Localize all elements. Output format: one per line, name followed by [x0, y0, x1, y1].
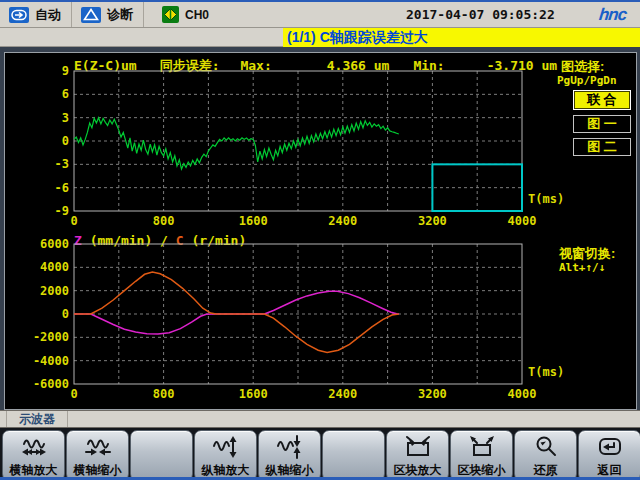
channel-indicator[interactable]: CH0 — [162, 6, 209, 23]
top-menu-bar: 自动 诊断 CH0 2017-04-07 09:05:22 hnc — [0, 2, 640, 28]
h-zoom-out-icon — [67, 435, 128, 459]
x-tick-label: 3200 — [418, 387, 447, 401]
option-combined[interactable]: 联 合 — [573, 90, 631, 110]
tab-oscilloscope[interactable]: 示波器 — [6, 411, 68, 427]
restore-icon — [515, 435, 576, 459]
block-zoom-in-icon — [387, 435, 448, 459]
diagnosis-label: 诊断 — [107, 6, 133, 24]
blank-softkey-1 — [130, 430, 193, 480]
x-tick-label: 3200 — [418, 214, 447, 228]
auto-mode-button[interactable]: 自动 — [0, 2, 72, 27]
series-Z-velocity — [74, 291, 399, 334]
y-tick-label: 2000 — [40, 284, 69, 298]
back-button[interactable]: 返回 — [578, 430, 640, 480]
y-tick-label: -6000 — [33, 377, 69, 391]
y-tick-label: 3 — [62, 111, 69, 125]
series-sync-error — [74, 118, 399, 169]
v-zoom-in-button[interactable]: 纵轴放大 — [194, 430, 257, 480]
channel-label: CH0 — [185, 8, 209, 22]
back-icon — [579, 435, 640, 459]
auto-mode-label: 自动 — [35, 6, 61, 24]
softkey-toolbar: 横轴放大 横轴缩小 — [0, 428, 640, 480]
sync-error-chart: 080016002400320040009630-3-6-9T(ms) — [5, 53, 565, 231]
h-zoom-out-button[interactable]: 横轴缩小 — [66, 430, 129, 480]
chart-select-options: 联 合 图 一 图 二 — [573, 90, 631, 161]
h-zoom-in-icon — [3, 435, 64, 459]
chart-select-hotkeys: PgUp/PgDn — [557, 74, 617, 87]
window-switch-hotkeys: Alt+↑/↓ — [559, 261, 605, 274]
v-zoom-out-button[interactable]: 纵轴缩小 — [258, 430, 321, 480]
block-zoom-out-button[interactable]: 区块缩小 — [450, 430, 513, 480]
y-tick-label: 6 — [62, 87, 69, 101]
x-tick-label: 800 — [153, 387, 175, 401]
diagnosis-icon — [81, 7, 101, 23]
diagnosis-button[interactable]: 诊断 — [72, 2, 144, 27]
x-tick-label: 0 — [70, 214, 77, 228]
option-chart-one[interactable]: 图 一 — [573, 115, 631, 133]
alarm-banner: (1/1) C轴跟踪误差过大 — [283, 28, 640, 47]
v-zoom-in-icon — [195, 435, 256, 459]
y-tick-label: -4000 — [33, 354, 69, 368]
y-tick-label: 0 — [62, 134, 69, 148]
channel-icon — [162, 6, 179, 23]
v-zoom-out-icon — [259, 435, 320, 459]
y-tick-label: 9 — [62, 64, 69, 78]
x-tick-label: 0 — [70, 387, 77, 401]
x-tick-label: 4000 — [508, 387, 537, 401]
blank-softkey-2 — [322, 430, 385, 480]
x-tick-label: 2400 — [328, 214, 357, 228]
clock-timestamp: 2017-04-07 09:05:22 — [406, 7, 555, 22]
x-tick-label: 4000 — [508, 214, 537, 228]
y-tick-label: 6000 — [40, 237, 69, 251]
y-tick-label: -9 — [55, 204, 69, 218]
x-tick-label: 800 — [153, 214, 175, 228]
message-bar-spacer — [0, 28, 283, 47]
chart-sidebar: 图选择: PgUp/PgDn 联 合 图 一 图 二 视窗切换: Alt+↑/↓ — [554, 53, 635, 409]
x-tick-label: 1600 — [239, 214, 268, 228]
restore-button[interactable]: 还原 — [514, 430, 577, 480]
hnc-oscilloscope-screen: 自动 诊断 CH0 2017-04-07 09:05:22 hnc — [0, 0, 640, 480]
oscilloscope-panel: E(Z-C)um同步误差:Max:4.366 umMin:-3.710 um 0… — [4, 52, 637, 410]
block-zoom-out-icon — [451, 435, 512, 459]
y-tick-label: 0 — [62, 307, 69, 321]
block-zoom-in-button[interactable]: 区块放大 — [386, 430, 449, 480]
x-tick-label: 1600 — [239, 387, 268, 401]
h-zoom-in-button[interactable]: 横轴放大 — [2, 430, 65, 480]
y-tick-label: -2000 — [33, 330, 69, 344]
x-tick-label: 2400 — [328, 387, 357, 401]
alarm-message: (1/1) C轴跟踪误差过大 — [283, 29, 428, 47]
series-C-velocity — [74, 272, 399, 353]
velocity-chart: 080016002400320040006000400020000-2000-4… — [5, 231, 565, 409]
y-tick-label: 4000 — [40, 260, 69, 274]
bottom-tab-strip: 示波器 — [0, 410, 640, 428]
y-tick-label: -6 — [55, 181, 69, 195]
option-chart-two[interactable]: 图 二 — [573, 138, 631, 156]
auto-mode-icon — [9, 7, 29, 23]
message-bar: (1/1) C轴跟踪误差过大 — [0, 28, 640, 47]
y-tick-label: -3 — [55, 157, 69, 171]
hnc-logo: hnc — [598, 5, 627, 25]
